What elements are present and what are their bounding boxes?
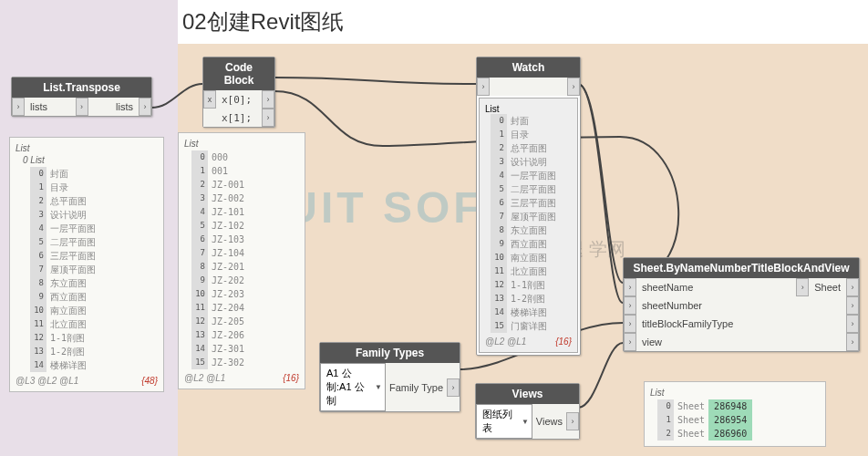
list-value: 1-2剖图 — [511, 292, 545, 306]
list-value: 总平面图 — [50, 194, 87, 208]
list-index: 9 — [491, 237, 507, 251]
list-index: 15 — [191, 356, 208, 369]
port-in[interactable]: x — [203, 90, 216, 109]
list-value: JZ-203 — [212, 287, 244, 301]
chevron-down-icon: ▼ — [372, 383, 385, 391]
port-label-in: lists — [25, 98, 76, 115]
list-index: 3 — [491, 155, 507, 169]
node-header: Family Types — [320, 343, 460, 363]
list-index: 5 — [191, 219, 208, 233]
node-views[interactable]: Views 图纸列表 ▼ Views › — [475, 383, 580, 440]
preview-sheet: List 0Sheet2869481Sheet2869542Sheet28696… — [644, 381, 826, 447]
list-index: 14 — [30, 358, 46, 372]
list-value: 二层平面图 — [50, 235, 96, 249]
preview-header: List — [650, 388, 820, 398]
list-value: 三层平面图 — [50, 249, 96, 263]
node-header: Sheet.ByNameNumberTitleBlockAndView — [624, 258, 859, 278]
list-value: 三层平面图 — [511, 196, 556, 210]
port-out[interactable]: › — [566, 412, 579, 430]
chevron-icon[interactable]: › — [846, 333, 859, 351]
port-out[interactable]: › — [139, 98, 151, 116]
list-index: 12 — [491, 278, 507, 292]
list-index: 1 — [491, 128, 507, 141]
chevron-icon[interactable]: › — [846, 296, 859, 315]
list-index: 7 — [191, 246, 208, 260]
preview-subheader: 0 List — [23, 155, 158, 165]
port-label-out: Views — [532, 413, 566, 430]
list-value: JZ-103 — [212, 233, 244, 246]
list-index: 0 — [657, 399, 674, 413]
list-value: 东立面图 — [511, 223, 547, 237]
port-label-out: Sheet — [809, 279, 846, 295]
port-label-out: lists — [88, 98, 140, 115]
port-label-in: sheetName — [636, 279, 796, 295]
list-value: JZ-206 — [212, 328, 244, 342]
family-dropdown[interactable]: A1 公制:A1 公制 ▼ — [320, 363, 386, 411]
chevron-icon[interactable]: › — [796, 278, 809, 296]
chevron-icon[interactable]: › — [76, 98, 88, 116]
watch-body: List 0封面1目录2总平面图3设计说明4一层平面图5二层平面图6三层平面图7… — [479, 98, 578, 353]
list-value: 楼梯详图 — [511, 306, 547, 319]
list-value: 001 — [212, 164, 228, 178]
port-in[interactable]: › — [624, 278, 636, 296]
list-index: 0 — [491, 114, 507, 128]
node-watch[interactable]: Watch › › List 0封面1目录2总平面图3设计说明4一层平面图5二层… — [476, 57, 581, 356]
port-in[interactable]: › — [624, 333, 636, 351]
list-value: 一层平面图 — [511, 169, 556, 182]
node-list-transpose[interactable]: List.Transpose › lists › lists › — [11, 77, 152, 117]
list-index: 10 — [191, 287, 208, 301]
chevron-down-icon: ▼ — [519, 418, 532, 426]
list-index: 6 — [30, 249, 46, 263]
port-in[interactable]: › — [12, 98, 25, 116]
list-index: 2 — [191, 178, 208, 192]
port-out[interactable]: › — [567, 78, 580, 96]
node-family-types[interactable]: Family Types A1 公制:A1 公制 ▼ Family Type › — [319, 342, 460, 412]
list-label: Sheet — [677, 399, 705, 413]
port-in[interactable]: › — [624, 296, 636, 315]
list-value: JZ-205 — [212, 315, 244, 328]
node-header: Views — [476, 384, 579, 404]
list-value: 屋顶平面图 — [511, 210, 556, 223]
list-index: 15 — [491, 319, 507, 333]
chevron-icon[interactable]: › — [846, 315, 859, 333]
list-value: JZ-201 — [212, 260, 244, 274]
code-line: x[1]; — [216, 109, 262, 127]
node-code-block[interactable]: Code Block x x[0]; › x[1]; › — [202, 57, 275, 128]
dropdown-value: 图纸列表 — [477, 405, 519, 438]
list-index: 2 — [30, 194, 46, 208]
list-index: 3 — [191, 192, 208, 205]
list-index: 13 — [30, 345, 46, 358]
list-value: 南立面图 — [50, 304, 87, 317]
list-index: 14 — [191, 342, 208, 356]
node-sheet[interactable]: Sheet.ByNameNumberTitleBlockAndView ›she… — [623, 257, 860, 352]
list-value: 东立面图 — [50, 276, 87, 290]
sheet-id: 286960 — [708, 427, 752, 440]
list-index: 13 — [491, 292, 507, 306]
list-value: 二层平面图 — [511, 182, 556, 196]
list-index: 9 — [30, 290, 46, 304]
port-in[interactable]: › — [624, 315, 636, 333]
node-header: List.Transpose — [12, 78, 151, 98]
node-header: Watch — [477, 57, 580, 78]
list-value: 北立面图 — [50, 317, 87, 331]
port-label-out: Family Type — [386, 379, 447, 396]
list-value: JZ-101 — [212, 205, 244, 219]
list-value: 一层平面图 — [50, 222, 96, 235]
list-index: 4 — [491, 169, 507, 182]
list-index: 5 — [491, 182, 507, 196]
port-out[interactable]: › — [447, 378, 460, 397]
spacer — [490, 84, 567, 89]
list-index: 13 — [191, 328, 208, 342]
level-label: @L2 @L1 — [485, 337, 526, 347]
views-dropdown[interactable]: 图纸列表 ▼ — [476, 404, 532, 439]
port-in[interactable]: › — [477, 78, 490, 96]
port-out[interactable]: › — [846, 278, 859, 296]
port-label-in: view — [636, 334, 846, 350]
list-index: 2 — [491, 141, 507, 155]
port-out[interactable]: › — [262, 90, 274, 109]
port-out[interactable]: › — [262, 109, 274, 127]
list-value: 设计说明 — [511, 155, 547, 169]
list-index: 9 — [191, 274, 208, 287]
list-value: 楼梯详图 — [50, 358, 87, 372]
preview-codeblock: List 000010012JZ-0013JZ-0024JZ-1015JZ-10… — [178, 132, 305, 389]
